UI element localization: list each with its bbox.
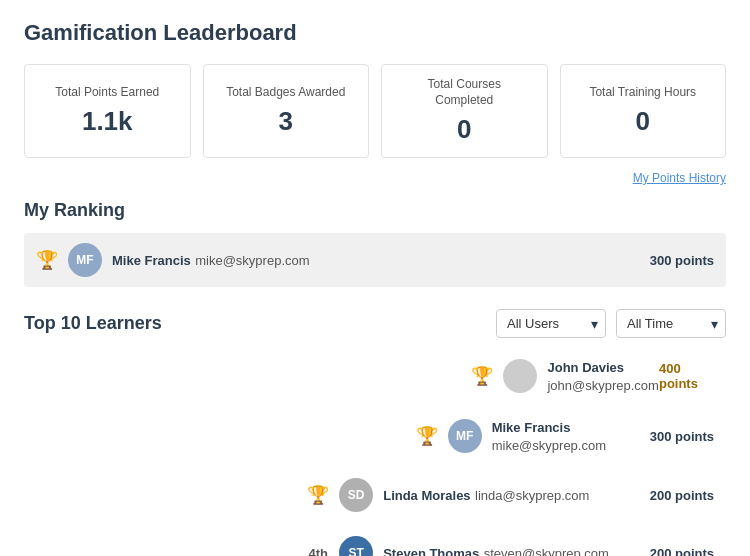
my-avatar: MF bbox=[68, 243, 102, 277]
rank-number: 4th bbox=[308, 546, 328, 556]
my-ranking-title: My Ranking bbox=[24, 200, 726, 221]
stat-value-points: 1.1k bbox=[82, 106, 133, 137]
points-history-link-container: My Points History bbox=[24, 168, 726, 186]
users-filter[interactable]: All Users My Team bbox=[496, 309, 606, 338]
stat-card-hours: Total Training Hours 0 bbox=[560, 64, 727, 158]
stat-value-hours: 0 bbox=[636, 106, 650, 137]
trophy-bronze-icon: 🏆 bbox=[307, 484, 329, 506]
learner-points: 300 points bbox=[650, 429, 714, 444]
learner-info: Mike Francis mike@skyprep.com bbox=[492, 418, 650, 454]
learner-row: 4thSTSteven Thomas steven@skyprep.com200… bbox=[24, 528, 726, 556]
my-user-info: Mike Francis mike@skyprep.com bbox=[112, 251, 650, 269]
page-title: Gamification Leaderboard bbox=[24, 20, 726, 46]
top-learners-section: Top 10 Learners All Users My Team All Ti… bbox=[24, 309, 726, 556]
trophy-gold-icon: 🏆 bbox=[471, 365, 493, 387]
stat-label-courses: Total Courses Completed bbox=[398, 77, 531, 108]
learner-email: linda@skyprep.com bbox=[475, 488, 589, 503]
learner-info: Steven Thomas steven@skyprep.com bbox=[383, 544, 650, 556]
learner-name: Mike Francis bbox=[492, 420, 571, 435]
my-ranking-section: My Ranking 🏆 MF Mike Francis mike@skypre… bbox=[24, 200, 726, 287]
learner-name: Steven Thomas bbox=[383, 546, 479, 556]
learner-row: 🏆SDLinda Morales linda@skyprep.com200 po… bbox=[24, 470, 726, 520]
my-user-email-val: mike@skyprep.com bbox=[195, 253, 309, 268]
stat-value-badges: 3 bbox=[279, 106, 293, 137]
learner-points: 200 points bbox=[650, 488, 714, 503]
learner-avatar: MF bbox=[448, 419, 482, 453]
learner-name: Linda Morales bbox=[383, 488, 470, 503]
stats-row: Total Points Earned 1.1k Total Badges Aw… bbox=[24, 64, 726, 158]
time-filter[interactable]: All Time This Month This Week bbox=[616, 309, 726, 338]
top-learners-header: Top 10 Learners All Users My Team All Ti… bbox=[24, 309, 726, 338]
users-filter-wrapper: All Users My Team bbox=[496, 309, 606, 338]
learner-points: 200 points bbox=[650, 546, 714, 556]
my-ranking-row: 🏆 MF Mike Francis mike@skyprep.com 300 p… bbox=[24, 233, 726, 287]
learner-row: 🏆MFMike Francis mike@skyprep.com300 poin… bbox=[24, 410, 726, 462]
learner-avatar: ST bbox=[339, 536, 373, 556]
learner-avatar bbox=[503, 359, 537, 393]
points-history-link[interactable]: My Points History bbox=[633, 171, 726, 185]
my-user-name: Mike Francis bbox=[112, 253, 191, 268]
filter-dropdowns: All Users My Team All Time This Month Th… bbox=[496, 309, 726, 338]
learner-email: steven@skyprep.com bbox=[484, 546, 609, 556]
learners-list: 🏆John Davies john@skyprep.com400 points🏆… bbox=[24, 350, 726, 556]
stat-label-badges: Total Badges Awarded bbox=[226, 85, 345, 101]
top-learners-title: Top 10 Learners bbox=[24, 313, 496, 334]
learner-row: 🏆John Davies john@skyprep.com400 points bbox=[24, 350, 726, 402]
rank-icon: 🏆 bbox=[471, 365, 493, 387]
learner-avatar: SD bbox=[339, 478, 373, 512]
learner-name: John Davies bbox=[547, 360, 624, 375]
learner-info: John Davies john@skyprep.com bbox=[547, 358, 658, 394]
rank-icon: 🏆 bbox=[307, 484, 329, 506]
stat-card-courses: Total Courses Completed 0 bbox=[381, 64, 548, 158]
stat-value-courses: 0 bbox=[457, 114, 471, 145]
time-filter-wrapper: All Time This Month This Week bbox=[616, 309, 726, 338]
trophy-icon: 🏆 bbox=[36, 249, 58, 271]
learner-points: 400 points bbox=[659, 361, 714, 391]
learner-email: john@skyprep.com bbox=[547, 378, 658, 393]
stat-card-badges: Total Badges Awarded 3 bbox=[203, 64, 370, 158]
learner-email: mike@skyprep.com bbox=[492, 438, 606, 453]
trophy-silver-icon: 🏆 bbox=[416, 425, 438, 447]
rank-icon: 🏆 bbox=[416, 425, 438, 447]
stat-label-hours: Total Training Hours bbox=[589, 85, 696, 101]
stat-label-points: Total Points Earned bbox=[55, 85, 159, 101]
rank-icon: 4th bbox=[307, 546, 329, 556]
my-points: 300 points bbox=[650, 253, 714, 268]
learner-info: Linda Morales linda@skyprep.com bbox=[383, 486, 650, 504]
stat-card-points: Total Points Earned 1.1k bbox=[24, 64, 191, 158]
my-rank-icon: 🏆 bbox=[36, 249, 58, 271]
